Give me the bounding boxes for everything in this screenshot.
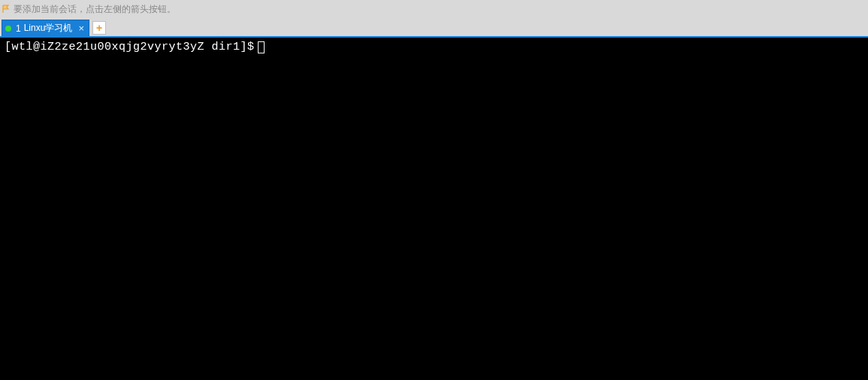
cursor-icon: [258, 41, 265, 53]
tab-label: Linxu学习机: [24, 22, 73, 35]
hint-text: 要添加当前会话，点击左侧的箭头按钮。: [14, 3, 176, 16]
flag-icon: [2, 5, 11, 14]
terminal-tab-active[interactable]: 1 Linxu学习机 ×: [2, 20, 89, 36]
connection-status-icon: [5, 26, 11, 32]
shell-prompt: [wtl@iZ2ze21u00xqjg2vyryt3yZ dir1]$: [5, 41, 255, 53]
terminal-viewport[interactable]: [wtl@iZ2ze21u00xqjg2vyryt3yZ dir1]$: [0, 38, 868, 380]
prompt-line: [wtl@iZ2ze21u00xqjg2vyryt3yZ dir1]$: [5, 41, 863, 53]
tab-number: 1: [16, 23, 21, 34]
plus-icon: +: [96, 23, 102, 33]
tab-bar: 1 Linxu学习机 × +: [0, 18, 868, 36]
add-tab-button[interactable]: +: [92, 21, 106, 35]
hint-bar: 要添加当前会话，点击左侧的箭头按钮。: [0, 0, 868, 18]
close-tab-icon[interactable]: ×: [78, 23, 84, 33]
